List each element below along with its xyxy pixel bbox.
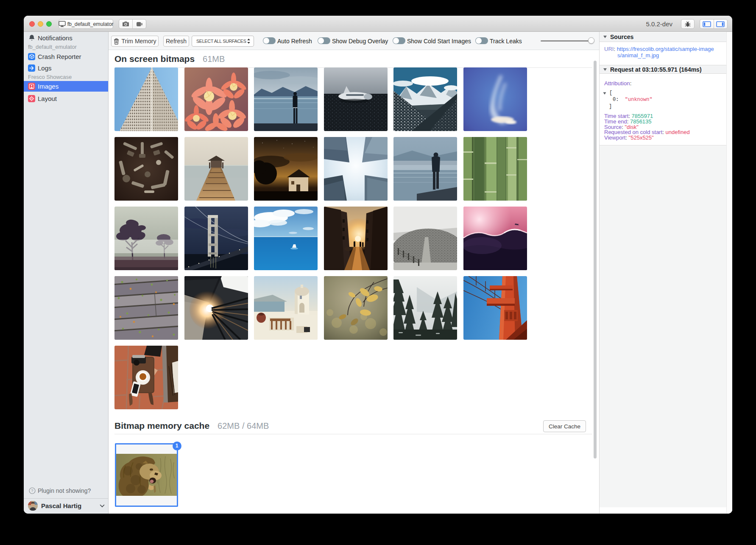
svg-text:?: ?	[31, 488, 33, 493]
